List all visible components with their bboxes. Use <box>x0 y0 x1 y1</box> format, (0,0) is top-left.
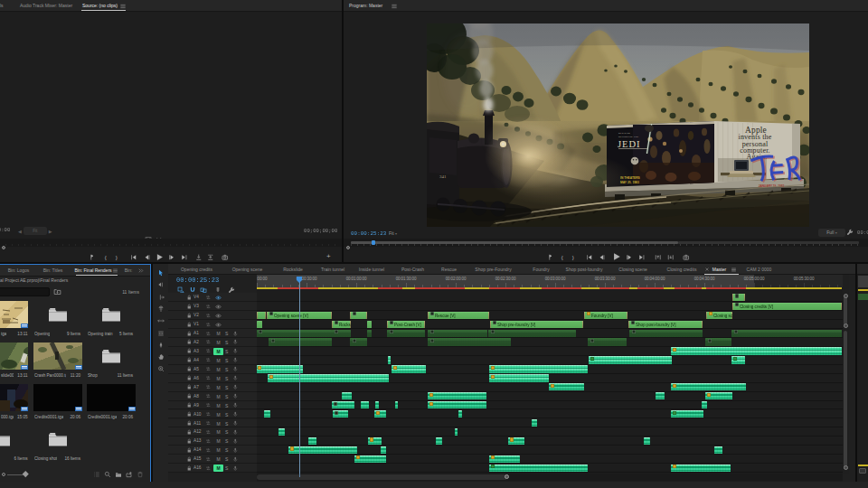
project-thumbnail[interactable] <box>87 384 136 411</box>
hscroll-thumb[interactable] <box>257 474 507 480</box>
sync-lock-icon[interactable] <box>205 456 212 463</box>
solo-button[interactable]: S <box>225 358 228 363</box>
chevron-right-icon[interactable]: ▶ <box>49 229 52 234</box>
breadcrumb[interactable]: Final Project AE.prproj\Final Renders <box>0 277 68 283</box>
timeline-tab[interactable]: Rockslide <box>283 264 303 275</box>
overwrite-icon[interactable] <box>207 254 214 261</box>
project-tab[interactable]: Bin: Titles <box>43 265 63 277</box>
mark-in-icon[interactable]: { <box>559 254 566 261</box>
timeline-clip[interactable] <box>269 338 332 345</box>
timeline-clip[interactable] <box>489 465 588 472</box>
mute-button[interactable]: M <box>217 429 221 435</box>
mic-icon[interactable] <box>232 456 239 463</box>
mic-icon[interactable] <box>232 339 239 345</box>
step-back-icon[interactable] <box>599 254 606 261</box>
chevron-left-icon[interactable]: ◀ <box>18 229 22 234</box>
sync-lock-icon[interactable] <box>205 357 212 363</box>
track-name[interactable]: A10 <box>193 412 202 417</box>
project-tab[interactable]: Bin: Logos <box>8 265 30 277</box>
mark-in-icon[interactable]: { <box>102 254 109 261</box>
timeline-clip[interactable] <box>732 294 745 301</box>
solo-button[interactable]: S <box>225 447 228 453</box>
razor-tool[interactable] <box>157 305 165 313</box>
timeline-clip[interactable] <box>671 383 746 390</box>
sync-lock-icon[interactable] <box>205 322 212 328</box>
mic-icon[interactable] <box>232 357 239 363</box>
panel-menu-icon[interactable] <box>119 3 127 10</box>
mic-icon[interactable] <box>232 420 239 427</box>
track-name[interactable]: A7 <box>193 385 199 389</box>
timeline-clip[interactable] <box>257 365 304 372</box>
timeline-clip[interactable] <box>354 455 386 463</box>
timeline-tab[interactable]: Closing scene <box>618 264 646 275</box>
timeline-clip[interactable] <box>702 401 707 408</box>
project-item-name[interactable]: tga <box>1 332 6 336</box>
timeline-clip[interactable]: Closing scene [V] <box>706 312 732 319</box>
step-forward-icon[interactable] <box>168 254 175 261</box>
project-thumbnail[interactable] <box>0 384 28 411</box>
timeline-tab[interactable]: Rescue <box>441 264 457 275</box>
timeline-clip[interactable] <box>350 338 367 345</box>
tab-audio-track-mixer[interactable]: Audio Track Mixer: Master <box>20 0 72 12</box>
timeline-clip[interactable] <box>731 330 842 337</box>
sliver-button[interactable] <box>859 468 866 474</box>
mute-button-active[interactable]: M <box>213 348 223 355</box>
track-lane-v4[interactable] <box>257 293 843 302</box>
timeline-clip[interactable] <box>428 338 511 345</box>
timeline-tab[interactable]: Train tunnel <box>321 264 344 275</box>
timeline-tab[interactable]: Shop post-foundry <box>566 264 603 275</box>
eye-icon[interactable] <box>215 322 222 328</box>
mic-icon[interactable] <box>232 375 239 381</box>
sync-lock-icon[interactable] <box>205 465 212 472</box>
project-folder-icon[interactable] <box>48 432 68 446</box>
timeline-clip[interactable] <box>361 401 369 408</box>
program-video-frame[interactable]: STAR WARS RETURN OF THE JEDI IN THEATERS… <box>427 23 809 227</box>
solo-button[interactable]: S <box>225 403 228 408</box>
go-to-in-icon[interactable] <box>586 254 593 261</box>
solo-button[interactable]: S <box>225 438 228 444</box>
timeline-tab[interactable]: Foundry <box>533 264 549 275</box>
chevrons-right-icon[interactable] <box>137 267 144 274</box>
sync-lock-icon[interactable] <box>205 411 212 418</box>
close-icon[interactable] <box>704 267 710 272</box>
add-marker-icon[interactable] <box>546 254 553 261</box>
timeline-clip[interactable] <box>381 446 386 454</box>
zoom-tool[interactable] <box>157 365 165 372</box>
timeline-clip[interactable] <box>549 383 584 390</box>
timeline-clip[interactable]: Closing credits [V] <box>732 303 842 310</box>
project-thumbnail[interactable] <box>0 343 28 370</box>
track-name[interactable]: A2 <box>193 340 199 344</box>
solo-button[interactable]: S <box>225 465 228 471</box>
tab-program[interactable]: Program: Master <box>344 0 391 12</box>
lock-icon[interactable] <box>186 357 193 363</box>
timeline-ruler[interactable]: 00:00:00:0000:00:30:0000:01:00:0000:01:3… <box>257 275 843 287</box>
track-name[interactable]: A15 <box>193 456 202 461</box>
track-lane-a2[interactable] <box>257 338 843 347</box>
lock-icon[interactable] <box>186 447 193 454</box>
rate-stretch-tool[interactable] <box>157 317 165 324</box>
zoom-slider-thumb[interactable] <box>23 471 28 476</box>
track-lane-a13[interactable] <box>257 436 843 446</box>
timeline-clip[interactable] <box>368 437 382 445</box>
project-search-input[interactable] <box>0 287 50 296</box>
timeline-clip[interactable] <box>489 455 520 463</box>
source-scrubber[interactable] <box>0 239 342 247</box>
mute-button[interactable]: M <box>217 421 221 427</box>
play-icon[interactable] <box>612 252 621 261</box>
timeline-clip[interactable] <box>332 401 354 408</box>
track-name[interactable]: V2 <box>193 313 199 317</box>
mic-icon[interactable] <box>232 447 239 454</box>
timeline-clip[interactable] <box>489 374 549 381</box>
timeline-clip[interactable] <box>375 401 379 408</box>
lock-icon[interactable] <box>186 456 193 463</box>
lock-icon[interactable] <box>186 313 193 319</box>
program-scrubber[interactable] <box>344 239 868 247</box>
solo-button[interactable]: S <box>225 340 228 345</box>
pen-tool[interactable] <box>157 342 165 349</box>
track-lane-a12[interactable] <box>257 427 843 436</box>
track-name[interactable]: A9 <box>193 403 199 408</box>
tab-clipped-left[interactable]: ls <box>0 0 4 12</box>
project-thumbnail[interactable] <box>33 384 82 411</box>
timeline-clip[interactable]: Rockslide [V] <box>332 321 351 328</box>
zoom-slider-track[interactable] <box>7 474 24 475</box>
